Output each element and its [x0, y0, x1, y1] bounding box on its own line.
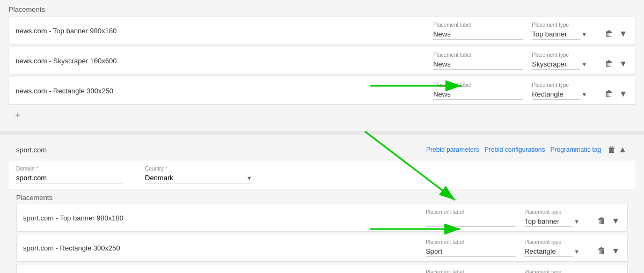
country-field-label: Country *: [145, 166, 252, 172]
domain-collapse-button[interactable]: ▲: [617, 144, 628, 156]
expand-button-3[interactable]: ▼: [618, 88, 628, 100]
domain-name-label: sport.com: [16, 146, 426, 154]
country-field-group: Country * Denmark ▼: [145, 166, 252, 183]
domain-field-input[interactable]: [16, 173, 123, 183]
placement-name-2: news.com - Skyscraper 160x600: [16, 57, 433, 65]
placement-row-2: news.com - Skyscraper 160x600 Placement …: [9, 47, 635, 75]
label-input-2[interactable]: [433, 59, 523, 70]
sport-delete-btn-1[interactable]: 🗑: [596, 215, 607, 227]
placement-name-1: news.com - Top banner 980x180: [16, 27, 433, 35]
domain-links: Prebid parameters Prebid configurations …: [426, 146, 601, 153]
sport-type-field-label-1: Placement type: [524, 209, 583, 215]
sport-select-arrow-1: ▼: [574, 218, 580, 225]
sport-label-field-3: Placement label: [426, 269, 516, 274]
expand-button-1[interactable]: ▼: [618, 28, 628, 40]
sport-expand-btn-1[interactable]: ▼: [610, 215, 621, 227]
sport-label-field-label-1: Placement label: [426, 209, 516, 215]
placements-sub-section: Placements sport.com - Top banner 980x18…: [9, 189, 635, 273]
country-arrow-icon: ▼: [246, 175, 252, 181]
type-select-2[interactable]: Skyscraper Top banner Rectangle: [532, 59, 580, 70]
type-select-1[interactable]: Top banner Skyscraper Rectangle: [532, 29, 580, 40]
expand-button-2[interactable]: ▼: [618, 58, 628, 70]
type-field-label-3: Placement type: [532, 82, 591, 88]
placement-fields-1: Placement label Placement type Top banne…: [433, 22, 628, 40]
sport-label-field-label-3: Placement label: [426, 269, 516, 274]
sport-placement-fields-1: Placement label Placement type Top banne…: [426, 209, 621, 227]
sport-row-actions-1: 🗑 ▼: [596, 215, 621, 227]
country-select[interactable]: Denmark: [145, 173, 246, 183]
top-section: Placements news.com - Top banner 980x180…: [0, 0, 644, 127]
sport-type-field-2: Placement type Rectangle Top banner Skys…: [524, 239, 583, 257]
type-select-wrapper-1: Top banner Skyscraper Rectangle ▼: [532, 29, 591, 40]
select-arrow-icon-3: ▼: [581, 91, 587, 98]
delete-button-2[interactable]: 🗑: [604, 58, 614, 70]
type-select-wrapper-2: Skyscraper Top banner Rectangle ▼: [532, 59, 591, 70]
sport-placement-row-3: sport.com - Skyscraper 160x600 Placement…: [16, 264, 628, 273]
domain-header: sport.com Prebid parameters Prebid confi…: [9, 139, 635, 160]
type-select-3[interactable]: Rectangle Top banner Skyscraper: [532, 89, 580, 100]
select-arrow-icon-1: ▼: [581, 31, 587, 38]
country-select-wrapper: Denmark ▼: [145, 173, 252, 183]
type-select-wrapper-3: Rectangle Top banner Skyscraper ▼: [532, 89, 591, 100]
page-wrapper: Placements news.com - Top banner 980x180…: [0, 0, 644, 273]
sport-expand-btn-2[interactable]: ▼: [610, 245, 621, 257]
sport-label-field-1: Placement label: [426, 209, 516, 227]
label-field-group-3: Placement label: [433, 82, 523, 100]
sport-label-input-1[interactable]: [426, 216, 516, 227]
sport-placement-row-2: sport.com - Rectangle 300x250 Placement …: [16, 234, 628, 262]
label-field-label-3: Placement label: [433, 82, 523, 88]
domain-fields-row: Domain * Country * Denmark ▼: [9, 160, 635, 189]
domain-delete-button[interactable]: 🗑: [606, 144, 617, 156]
sport-type-field-3: Placement type Skyscraper Top banner Rec…: [524, 269, 583, 274]
placements-sub-title: Placements: [16, 194, 628, 202]
sport-delete-btn-2[interactable]: 🗑: [596, 245, 607, 257]
sport-label-input-2[interactable]: [426, 246, 516, 257]
label-field-group-2: Placement label: [433, 52, 523, 70]
sport-type-field-label-3: Placement type: [524, 269, 583, 274]
label-field-group-1: Placement label: [433, 22, 523, 40]
placement-fields-3: Placement label Placement type Rectangle…: [433, 82, 628, 100]
delete-button-3[interactable]: 🗑: [604, 88, 614, 100]
prebid-configurations-link[interactable]: Prebid configurations: [485, 146, 545, 153]
sport-placement-name-2: sport.com - Rectangle 300x250: [23, 244, 426, 252]
bottom-domain-section: sport.com Prebid parameters Prebid confi…: [9, 139, 635, 273]
row-actions-2: 🗑 ▼: [604, 58, 628, 70]
select-arrow-icon-2: ▼: [581, 61, 587, 68]
placement-row-3: news.com - Rectangle 300x250 Placement l…: [9, 77, 635, 105]
section-divider: [0, 131, 644, 135]
domain-field-group: Domain *: [16, 166, 123, 183]
sport-label-field-2: Placement label: [426, 239, 516, 257]
sport-type-select-2[interactable]: Rectangle Top banner Skyscraper: [524, 246, 573, 257]
sport-placement-fields-3: Placement label Placement type Skyscrape…: [426, 269, 621, 274]
sport-type-field-1: Placement type Top banner Skyscraper Rec…: [524, 209, 583, 227]
type-field-label-2: Placement type: [532, 52, 591, 58]
label-input-1[interactable]: [433, 29, 523, 40]
type-field-label-1: Placement type: [532, 22, 591, 28]
sport-type-select-wrapper-2: Rectangle Top banner Skyscraper ▼: [524, 246, 583, 257]
programmatic-tag-link[interactable]: Programmatic tag: [550, 146, 601, 153]
top-section-title: Placements: [9, 5, 635, 13]
type-field-group-3: Placement type Rectangle Top banner Skys…: [532, 82, 591, 100]
placement-name-3: news.com - Rectangle 300x250: [16, 87, 433, 95]
sport-type-field-label-2: Placement type: [524, 239, 583, 245]
row-actions-3: 🗑 ▼: [604, 88, 628, 100]
placement-fields-2: Placement label Placement type Skyscrape…: [433, 52, 628, 70]
sport-type-select-1[interactable]: Top banner Skyscraper Rectangle: [524, 216, 573, 227]
sport-select-arrow-2: ▼: [574, 248, 580, 255]
label-input-3[interactable]: [433, 89, 523, 100]
label-field-label-1: Placement label: [433, 22, 523, 28]
placement-row: news.com - Top banner 980x180 Placement …: [9, 17, 635, 45]
type-field-group-2: Placement type Skyscraper Top banner Rec…: [532, 52, 591, 70]
delete-button-1[interactable]: 🗑: [604, 28, 614, 40]
sport-label-field-label-2: Placement label: [426, 239, 516, 245]
sport-placement-fields-2: Placement label Placement type Rectangle…: [426, 239, 621, 257]
label-field-label-2: Placement label: [433, 52, 523, 58]
domain-field-label: Domain *: [16, 166, 123, 172]
add-placement-button[interactable]: +: [9, 107, 27, 124]
row-actions-1: 🗑 ▼: [604, 28, 628, 40]
sport-placement-name-1: sport.com - Top banner 980x180: [23, 214, 426, 222]
sport-row-actions-2: 🗑 ▼: [596, 245, 621, 257]
prebid-parameters-link[interactable]: Prebid parameters: [426, 146, 479, 153]
sport-placement-row-1: sport.com - Top banner 980x180 Placement…: [16, 204, 628, 232]
sport-type-select-wrapper-1: Top banner Skyscraper Rectangle ▼: [524, 216, 583, 227]
